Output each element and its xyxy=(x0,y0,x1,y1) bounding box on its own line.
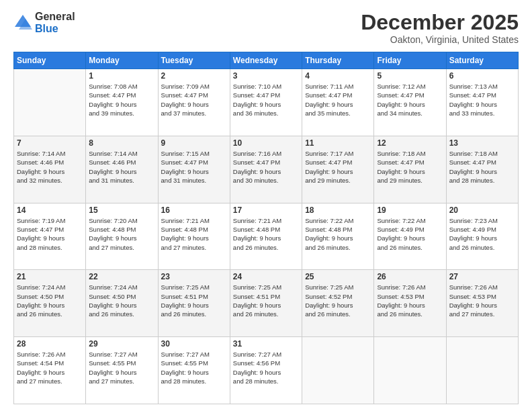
table-row: 11Sunrise: 7:17 AM Sunset: 4:47 PM Dayli… xyxy=(302,136,374,203)
day-info: Sunrise: 7:27 AM Sunset: 4:55 PM Dayligh… xyxy=(89,350,154,385)
col-friday: Friday xyxy=(374,52,446,69)
day-number: 19 xyxy=(377,205,443,215)
day-info: Sunrise: 7:12 AM Sunset: 4:47 PM Dayligh… xyxy=(377,82,443,118)
table-row: 24Sunrise: 7:25 AM Sunset: 4:51 PM Dayli… xyxy=(230,270,302,337)
day-number: 11 xyxy=(305,138,371,148)
logo: General Blue xyxy=(13,11,75,34)
table-row: 5Sunrise: 7:12 AM Sunset: 4:47 PM Daylig… xyxy=(374,69,446,136)
header: General Blue December 2025 Oakton, Virgi… xyxy=(13,11,519,45)
day-number: 9 xyxy=(161,138,227,148)
day-info: Sunrise: 7:25 AM Sunset: 4:51 PM Dayligh… xyxy=(233,283,299,318)
calendar-title: December 2025 xyxy=(361,11,519,34)
table-row xyxy=(14,69,86,136)
calendar-row: 1Sunrise: 7:08 AM Sunset: 4:47 PM Daylig… xyxy=(14,69,519,136)
table-row xyxy=(374,337,446,404)
day-info: Sunrise: 7:22 AM Sunset: 4:48 PM Dayligh… xyxy=(305,216,371,252)
day-number: 27 xyxy=(449,272,515,281)
day-info: Sunrise: 7:14 AM Sunset: 4:46 PM Dayligh… xyxy=(89,149,154,185)
table-row: 28Sunrise: 7:26 AM Sunset: 4:54 PM Dayli… xyxy=(14,337,86,404)
table-row: 6Sunrise: 7:13 AM Sunset: 4:47 PM Daylig… xyxy=(446,69,518,136)
day-info: Sunrise: 7:10 AM Sunset: 4:47 PM Dayligh… xyxy=(233,82,299,118)
day-info: Sunrise: 7:27 AM Sunset: 4:56 PM Dayligh… xyxy=(233,350,299,385)
table-row: 17Sunrise: 7:21 AM Sunset: 4:48 PM Dayli… xyxy=(230,203,302,270)
day-number: 24 xyxy=(233,272,299,281)
day-info: Sunrise: 7:14 AM Sunset: 4:46 PM Dayligh… xyxy=(17,149,83,185)
day-number: 26 xyxy=(377,272,443,281)
calendar-table: Sunday Monday Tuesday Wednesday Thursday… xyxy=(13,52,519,404)
day-number: 3 xyxy=(233,71,299,81)
day-info: Sunrise: 7:15 AM Sunset: 4:47 PM Dayligh… xyxy=(161,149,227,185)
day-info: Sunrise: 7:13 AM Sunset: 4:47 PM Dayligh… xyxy=(449,82,515,118)
table-row: 8Sunrise: 7:14 AM Sunset: 4:46 PM Daylig… xyxy=(86,136,158,203)
table-row: 16Sunrise: 7:21 AM Sunset: 4:48 PM Dayli… xyxy=(158,203,230,270)
day-info: Sunrise: 7:19 AM Sunset: 4:47 PM Dayligh… xyxy=(17,216,83,252)
day-info: Sunrise: 7:22 AM Sunset: 4:49 PM Dayligh… xyxy=(377,216,443,252)
day-info: Sunrise: 7:20 AM Sunset: 4:48 PM Dayligh… xyxy=(89,216,154,252)
table-row: 10Sunrise: 7:16 AM Sunset: 4:47 PM Dayli… xyxy=(230,136,302,203)
day-info: Sunrise: 7:18 AM Sunset: 4:47 PM Dayligh… xyxy=(449,149,515,185)
day-info: Sunrise: 7:18 AM Sunset: 4:47 PM Dayligh… xyxy=(377,149,443,185)
day-info: Sunrise: 7:24 AM Sunset: 4:50 PM Dayligh… xyxy=(89,283,154,318)
day-number: 6 xyxy=(449,71,515,81)
calendar-row: 28Sunrise: 7:26 AM Sunset: 4:54 PM Dayli… xyxy=(14,337,519,404)
table-row: 1Sunrise: 7:08 AM Sunset: 4:47 PM Daylig… xyxy=(86,69,158,136)
day-number: 15 xyxy=(89,205,154,215)
day-number: 21 xyxy=(17,272,83,281)
day-info: Sunrise: 7:26 AM Sunset: 4:54 PM Dayligh… xyxy=(17,350,83,385)
day-number: 4 xyxy=(305,71,371,81)
calendar-row: 14Sunrise: 7:19 AM Sunset: 4:47 PM Dayli… xyxy=(14,203,519,270)
table-row: 9Sunrise: 7:15 AM Sunset: 4:47 PM Daylig… xyxy=(158,136,230,203)
table-row: 3Sunrise: 7:10 AM Sunset: 4:47 PM Daylig… xyxy=(230,69,302,136)
table-row xyxy=(446,337,518,404)
header-row: Sunday Monday Tuesday Wednesday Thursday… xyxy=(14,52,519,69)
calendar-row: 7Sunrise: 7:14 AM Sunset: 4:46 PM Daylig… xyxy=(14,136,519,203)
day-number: 5 xyxy=(377,71,443,81)
table-row: 15Sunrise: 7:20 AM Sunset: 4:48 PM Dayli… xyxy=(86,203,158,270)
table-row: 23Sunrise: 7:25 AM Sunset: 4:51 PM Dayli… xyxy=(158,270,230,337)
col-wednesday: Wednesday xyxy=(230,52,302,69)
table-row: 12Sunrise: 7:18 AM Sunset: 4:47 PM Dayli… xyxy=(374,136,446,203)
day-info: Sunrise: 7:25 AM Sunset: 4:52 PM Dayligh… xyxy=(305,283,371,318)
day-info: Sunrise: 7:26 AM Sunset: 4:53 PM Dayligh… xyxy=(377,283,443,318)
day-info: Sunrise: 7:08 AM Sunset: 4:47 PM Dayligh… xyxy=(89,82,154,118)
table-row: 19Sunrise: 7:22 AM Sunset: 4:49 PM Dayli… xyxy=(374,203,446,270)
calendar-subtitle: Oakton, Virginia, United States xyxy=(361,34,519,45)
title-block: December 2025 Oakton, Virginia, United S… xyxy=(361,11,519,45)
table-row: 14Sunrise: 7:19 AM Sunset: 4:47 PM Dayli… xyxy=(14,203,86,270)
col-tuesday: Tuesday xyxy=(158,52,230,69)
day-number: 29 xyxy=(89,339,154,349)
table-row: 31Sunrise: 7:27 AM Sunset: 4:56 PM Dayli… xyxy=(230,337,302,404)
day-number: 28 xyxy=(17,339,83,349)
day-number: 17 xyxy=(233,205,299,215)
day-number: 22 xyxy=(89,272,154,281)
day-number: 16 xyxy=(161,205,227,215)
col-sunday: Sunday xyxy=(14,52,86,69)
page: General Blue December 2025 Oakton, Virgi… xyxy=(0,0,532,411)
table-row: 26Sunrise: 7:26 AM Sunset: 4:53 PM Dayli… xyxy=(374,270,446,337)
logo-general-text: General xyxy=(35,11,75,22)
day-number: 14 xyxy=(17,205,83,215)
table-row: 4Sunrise: 7:11 AM Sunset: 4:47 PM Daylig… xyxy=(302,69,374,136)
calendar-row: 21Sunrise: 7:24 AM Sunset: 4:50 PM Dayli… xyxy=(14,270,519,337)
day-number: 13 xyxy=(449,138,515,148)
day-info: Sunrise: 7:21 AM Sunset: 4:48 PM Dayligh… xyxy=(233,216,299,252)
table-row: 30Sunrise: 7:27 AM Sunset: 4:55 PM Dayli… xyxy=(158,337,230,404)
logo-text: General Blue xyxy=(35,11,75,34)
table-row: 20Sunrise: 7:23 AM Sunset: 4:49 PM Dayli… xyxy=(446,203,518,270)
col-monday: Monday xyxy=(86,52,158,69)
day-info: Sunrise: 7:25 AM Sunset: 4:51 PM Dayligh… xyxy=(161,283,227,318)
day-number: 30 xyxy=(161,339,227,349)
day-number: 31 xyxy=(233,339,299,349)
day-info: Sunrise: 7:09 AM Sunset: 4:47 PM Dayligh… xyxy=(161,82,227,118)
day-info: Sunrise: 7:26 AM Sunset: 4:53 PM Dayligh… xyxy=(449,283,515,318)
table-row: 22Sunrise: 7:24 AM Sunset: 4:50 PM Dayli… xyxy=(86,270,158,337)
table-row: 29Sunrise: 7:27 AM Sunset: 4:55 PM Dayli… xyxy=(86,337,158,404)
col-thursday: Thursday xyxy=(302,52,374,69)
day-number: 1 xyxy=(89,71,154,81)
day-number: 12 xyxy=(377,138,443,148)
day-number: 7 xyxy=(17,138,83,148)
day-number: 8 xyxy=(89,138,154,148)
day-number: 23 xyxy=(161,272,227,281)
calendar-body: 1Sunrise: 7:08 AM Sunset: 4:47 PM Daylig… xyxy=(14,69,519,404)
logo-blue-text: Blue xyxy=(35,23,58,34)
